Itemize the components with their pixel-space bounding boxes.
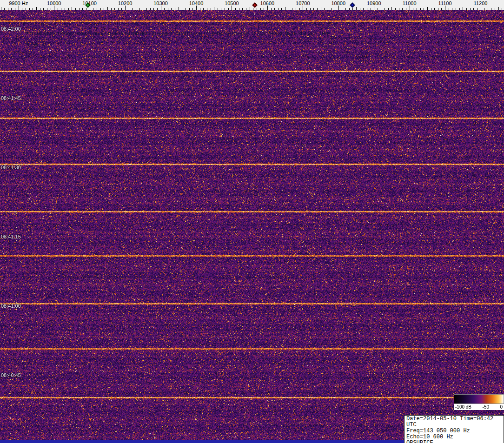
frequency-ruler[interactable]: 9900 Hz100001010010200103001040010500106… <box>0 0 504 10</box>
frequency-tick <box>296 8 296 10</box>
intensity-legend: -100 dB -50 0 <box>454 394 504 410</box>
frequency-tick <box>107 7 108 10</box>
frequency-tick <box>175 8 175 10</box>
frequency-tick <box>299 8 300 10</box>
spectrogram-app: 9900 Hz100001010010200103001040010500106… <box>0 0 504 443</box>
frequency-tick <box>139 8 140 10</box>
frequency-tick <box>363 8 364 10</box>
frequency-tick <box>125 6 126 10</box>
frequency-tick <box>459 8 460 10</box>
event-annotation: 20140510064156552 hCnt27 nb-83 f10619 hi… <box>26 31 328 36</box>
frequency-tick <box>150 8 151 10</box>
frequency-tick <box>58 8 58 10</box>
frequency-tick-label: 10000 <box>47 0 61 6</box>
frequency-tick <box>1 7 1 10</box>
frequency-tick <box>179 7 179 10</box>
blue-diamond-icon[interactable] <box>350 2 355 7</box>
frequency-tick-label: 10600 <box>260 0 275 6</box>
frequency-tick <box>164 8 165 10</box>
frequency-tick <box>335 8 335 10</box>
frequency-tick <box>161 6 161 10</box>
frequency-tick <box>388 8 389 10</box>
frequency-tick <box>72 7 72 10</box>
frequency-tick <box>40 8 40 10</box>
frequency-tick <box>470 8 471 10</box>
frequency-tick <box>331 8 332 10</box>
frequency-tick <box>100 8 101 10</box>
frequency-tick <box>19 6 19 10</box>
frequency-tick <box>413 8 413 10</box>
frequency-tick <box>43 8 44 10</box>
frequency-tick <box>303 6 303 10</box>
frequency-tick <box>65 8 65 10</box>
frequency-tick <box>321 7 321 10</box>
frequency-tick <box>8 8 8 10</box>
frequency-tick-label: 10400 <box>189 0 204 6</box>
frequency-tick <box>4 8 5 10</box>
spectrogram-canvas[interactable] <box>0 10 504 440</box>
frequency-tick <box>47 8 47 10</box>
frequency-tick-label: 11200 <box>474 0 488 6</box>
frequency-tick <box>452 8 452 10</box>
frequency-tick <box>11 8 12 10</box>
info-station: OBSUPICE <box>406 440 502 443</box>
frequency-tick <box>434 8 435 10</box>
frequency-tick <box>118 8 119 10</box>
frequency-tick <box>97 8 97 10</box>
frequency-tick <box>61 8 61 10</box>
frequency-tick <box>90 6 90 10</box>
frequency-tick <box>111 8 112 10</box>
frequency-tick <box>420 8 421 10</box>
frequency-tick <box>82 8 83 10</box>
info-date-time: Date=2014-05-10 Time=06:42 UTC <box>406 416 502 428</box>
frequency-tick <box>203 8 204 10</box>
frequency-tick <box>271 8 272 10</box>
frequency-tick <box>200 8 200 10</box>
frequency-tick <box>260 8 261 10</box>
frequency-tick <box>136 8 136 10</box>
frequency-tick <box>395 8 396 10</box>
frequency-tick <box>79 8 80 10</box>
frequency-tick <box>495 8 495 10</box>
frequency-tick <box>477 8 477 10</box>
frequency-tick <box>313 8 314 10</box>
frequency-tick <box>456 8 456 10</box>
frequency-tick <box>228 8 229 10</box>
frequency-tick <box>239 8 239 10</box>
frequency-tick <box>267 6 268 10</box>
frequency-tick <box>317 8 318 10</box>
frequency-tick <box>235 8 236 10</box>
frequency-tick <box>168 8 168 10</box>
frequency-tick <box>399 8 399 10</box>
frequency-tick <box>129 8 129 10</box>
frequency-tick <box>352 8 353 10</box>
red-diamond-icon[interactable] <box>252 2 257 7</box>
frequency-tick-label: 10500 <box>225 0 239 6</box>
frequency-tick <box>374 6 374 10</box>
frequency-tick <box>132 8 133 10</box>
frequency-tick <box>171 8 172 10</box>
frequency-tick <box>360 8 360 10</box>
frequency-tick <box>381 8 381 10</box>
frequency-tick <box>424 8 424 10</box>
frequency-tick <box>484 8 484 10</box>
frequency-tick <box>285 7 285 10</box>
frequency-tick <box>250 7 250 10</box>
frequency-tick-label: 10800 <box>331 0 345 6</box>
frequency-tick <box>342 8 342 10</box>
frequency-tick <box>54 6 54 10</box>
frequency-tick <box>221 8 221 10</box>
frequency-tick <box>449 8 449 10</box>
frequency-tick <box>121 8 122 10</box>
frequency-tick <box>143 7 143 10</box>
legend-labels: -100 dB -50 0 <box>454 404 504 410</box>
frequency-tick <box>417 8 417 10</box>
frequency-tick <box>51 8 51 10</box>
legend-label-min: -100 dB <box>455 404 471 410</box>
frequency-tick <box>438 8 438 10</box>
frequency-tick <box>153 8 154 10</box>
frequency-tick <box>29 8 30 10</box>
frequency-tick <box>292 8 292 10</box>
frequency-tick <box>225 8 225 10</box>
frequency-tick <box>68 8 69 10</box>
